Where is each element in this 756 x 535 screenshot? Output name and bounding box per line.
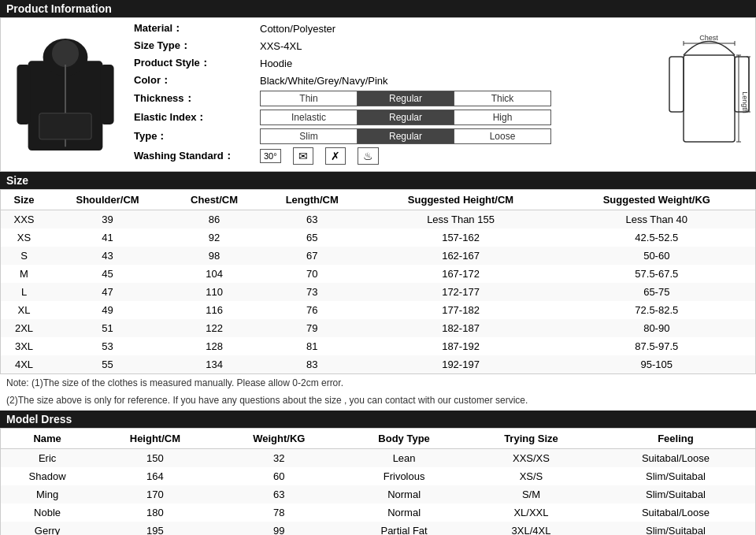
model-col-body: Body Type — [342, 429, 466, 449]
table-row: 2XL5112279182-18780-90 — [1, 319, 755, 337]
product-style-label: Product Style： — [134, 56, 260, 70]
table-cell: 3XL — [1, 337, 47, 355]
table-row: Shadow16460FrivolousXS/SSlim/Suitabal — [1, 467, 755, 485]
color-row: Color： Black/White/Grey/Navy/Pink — [134, 73, 658, 87]
table-row: XS419265157-16242.5-52.5 — [1, 228, 755, 247]
wash-icon-iron: ♨ — [358, 147, 379, 165]
table-cell: 95-105 — [558, 355, 755, 373]
table-cell: Less Than 40 — [558, 210, 755, 229]
thickness-thick: Thick — [454, 91, 550, 106]
table-cell: 170 — [94, 485, 216, 503]
diagram-image: Length Chest Sleeve — [665, 21, 752, 168]
table-cell: 73 — [261, 283, 363, 301]
color-value: Black/White/Grey/Navy/Pink — [260, 75, 388, 87]
table-cell: 51 — [47, 319, 168, 337]
model-col-height: Height/CM — [94, 429, 216, 449]
table-cell: Ming — [1, 485, 94, 503]
elastic-row: Elastic Index： Inelastic Regular High — [134, 110, 658, 125]
table-cell: 47 — [47, 283, 168, 301]
size-table-header-row: Size Shoulder/CM Chest/CM Length/CM Sugg… — [1, 190, 755, 210]
table-cell: 4XL — [1, 355, 47, 373]
table-cell: 104 — [168, 265, 261, 283]
table-cell: 67 — [261, 247, 363, 265]
table-cell: XXS/XS — [466, 449, 596, 468]
wash-icon-cross: ✗ — [325, 147, 346, 165]
col-length: Length/CM — [261, 190, 363, 210]
table-row: Eric15032LeanXXS/XSSuitabal/Loose — [1, 449, 755, 468]
table-cell: 43 — [47, 247, 168, 265]
table-cell: 32 — [217, 449, 343, 468]
size-note-2: (2)The size above is only for reference.… — [0, 392, 756, 409]
table-cell: 65-75 — [558, 283, 755, 301]
table-cell: Suitabal/Loose — [596, 503, 755, 522]
model-table-header-row: Name Height/CM Weight/KG Body Type Tryin… — [1, 429, 755, 449]
table-cell: Shadow — [1, 467, 94, 485]
wash-icon-envelope: ✉ — [293, 147, 313, 165]
table-cell: 177-182 — [363, 301, 558, 319]
table-cell: 60 — [217, 467, 343, 485]
table-cell: 81 — [261, 337, 363, 355]
svg-text:Length: Length — [741, 91, 749, 113]
type-label: Type： — [134, 129, 260, 143]
table-cell: Lean — [342, 449, 466, 468]
table-cell: 79 — [261, 319, 363, 337]
thickness-regular: Regular — [358, 91, 454, 106]
table-row: Noble18078NormalXL/XXLSuitabal/Loose — [1, 503, 755, 522]
type-loose: Loose — [454, 129, 550, 143]
table-row: Ming17063NormalS/MSlim/Suitabal — [1, 485, 755, 503]
table-cell: 57.5-67.5 — [558, 265, 755, 283]
svg-rect-6 — [39, 113, 91, 139]
type-bar: Slim Regular Loose — [260, 128, 551, 144]
size-type-row: Size Type： XXS-4XL — [134, 39, 658, 53]
table-cell: 134 — [168, 355, 261, 373]
table-cell: Slim/Suitabal — [596, 467, 755, 485]
svg-point-2 — [51, 40, 78, 67]
elastic-bar: Inelastic Regular High — [260, 110, 551, 125]
table-cell: 92 — [168, 228, 261, 247]
table-row: XL4911676177-18272.5-82.5 — [1, 301, 755, 319]
table-row: 3XL5312881187-19287.5-97.5 — [1, 337, 755, 355]
table-cell: 164 — [94, 467, 216, 485]
table-cell: 70 — [261, 265, 363, 283]
size-section: Size Size Shoulder/CM Chest/CM Length/CM… — [0, 172, 756, 409]
table-row: L4711073172-17765-75 — [1, 283, 755, 301]
table-cell: Eric — [1, 449, 94, 468]
svg-text:Chest: Chest — [699, 34, 718, 42]
table-cell: L — [1, 283, 47, 301]
washing-row: Washing Standard： 30° ✉ ✗ ♨ — [134, 147, 658, 165]
model-dress-section: Model Dress Name Height/CM Weight/KG Bod… — [0, 411, 756, 535]
table-cell: 98 — [168, 247, 261, 265]
table-cell: 167-172 — [363, 265, 558, 283]
elastic-inelastic: Inelastic — [261, 110, 358, 124]
table-cell: M — [1, 265, 47, 283]
model-dress-header: Model Dress — [0, 411, 756, 428]
material-value: Cotton/Polyester — [260, 23, 335, 35]
washing-icons: 30° ✉ ✗ ♨ — [260, 147, 379, 165]
col-shoulder: Shoulder/CM — [47, 190, 168, 210]
size-note-1: Note: (1)The size of the clothes is meas… — [0, 374, 756, 392]
table-cell: XS — [1, 228, 47, 247]
table-cell: Suitabal/Loose — [596, 449, 755, 468]
table-cell: 3XL/4XL — [466, 522, 596, 535]
model-col-weight: Weight/KG — [217, 429, 343, 449]
table-cell: 162-167 — [363, 247, 558, 265]
color-label: Color： — [134, 73, 260, 87]
table-cell: Less Than 155 — [363, 210, 558, 229]
svg-rect-8 — [669, 57, 684, 112]
elastic-high: High — [454, 110, 550, 124]
product-style-value: Hoodie — [260, 58, 292, 69]
table-row: 4XL5513483192-19795-105 — [1, 355, 755, 373]
model-table: Name Height/CM Weight/KG Body Type Tryin… — [1, 429, 755, 535]
svg-rect-7 — [684, 55, 735, 142]
model-col-size: Trying Size — [466, 429, 596, 449]
table-cell: 128 — [168, 337, 261, 355]
svg-rect-4 — [17, 65, 30, 124]
thickness-label: Thickness： — [134, 91, 260, 106]
thickness-row: Thickness： Thin Regular Thick — [134, 91, 658, 106]
table-cell: Noble — [1, 503, 94, 522]
table-cell: 157-162 — [363, 228, 558, 247]
table-cell: 86 — [168, 210, 261, 229]
table-cell: 180 — [94, 503, 216, 522]
table-cell: 195 — [94, 522, 216, 535]
table-cell: 65 — [261, 228, 363, 247]
